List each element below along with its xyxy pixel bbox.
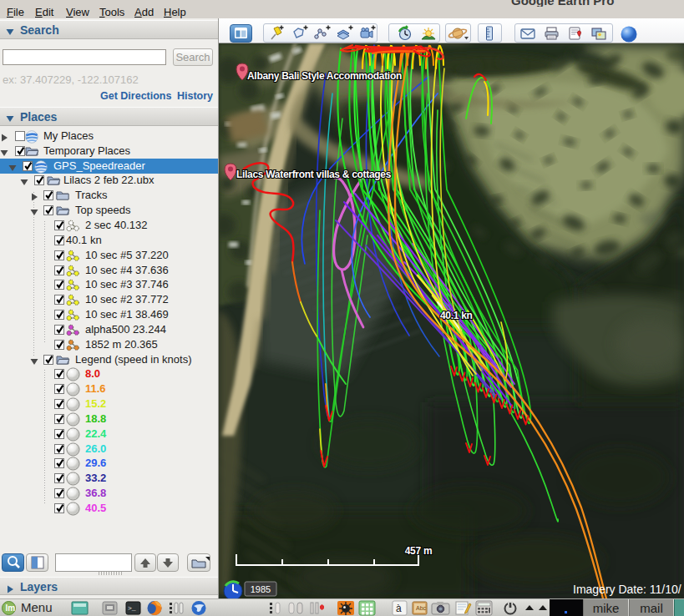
svg-text:40.1 kn: 40.1 kn [440,310,473,321]
svg-text:à: à [396,603,402,614]
svg-text:Abc: Abc [416,605,427,611]
svg-text:Imagery Date: 11/10/: Imagery Date: 11/10/ [573,583,681,596]
svg-text:>_: >_ [128,604,136,612]
svg-text:Lilacs Waterfront villas & cot: Lilacs Waterfront villas & cottages [236,169,392,180]
svg-text:Albany Bali Style Accommodatio: Albany Bali Style Accommodation [247,70,402,82]
svg-text:457 m: 457 m [405,545,433,557]
svg-text:1985: 1985 [251,584,271,594]
